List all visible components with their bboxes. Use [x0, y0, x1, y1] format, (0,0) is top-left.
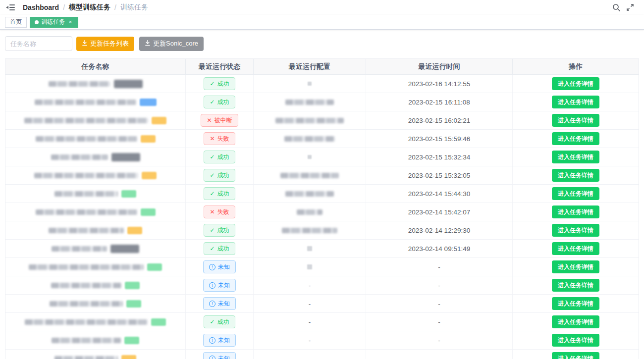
run-time-cell: 2023-02-15 15:32:05 — [366, 166, 513, 184]
task-name-cell — [5, 276, 186, 294]
status-unknown-icon: ! — [209, 282, 215, 289]
task-name-cell — [5, 185, 186, 203]
breadcrumb-item-dashboard[interactable]: Dashboard — [23, 3, 59, 11]
status-success-icon: ✓ — [210, 80, 215, 87]
enter-task-detail-button[interactable]: 进入任务详情 — [552, 279, 599, 292]
redacted-dark-label — [110, 245, 139, 253]
tab-close-icon[interactable]: × — [67, 19, 73, 25]
config-cell: - — [254, 331, 366, 349]
table-row: !未知--进入任务详情 — [5, 295, 639, 313]
run-time: - — [438, 355, 440, 359]
status-label: 成功 — [217, 226, 229, 235]
tab-training-tasks[interactable]: 训练任务 × — [30, 17, 78, 28]
status-label: 成功 — [217, 245, 229, 253]
action-cell: 进入任务详情 — [513, 295, 639, 312]
action-cell: 进入任务详情 — [513, 75, 639, 93]
config-empty: - — [309, 355, 311, 359]
run-time: 2023-02-15 16:02:21 — [408, 117, 470, 124]
status-badge-success: ✓成功 — [204, 187, 235, 200]
enter-task-detail-button[interactable]: 进入任务详情 — [552, 242, 599, 255]
hamburger-icon[interactable] — [5, 2, 16, 12]
enter-task-detail-button[interactable]: 进入任务详情 — [552, 132, 599, 145]
config-empty: - — [309, 282, 311, 289]
status-cell: ✓成功 — [186, 240, 254, 257]
enter-task-detail-button[interactable]: 进入任务详情 — [552, 334, 599, 347]
run-time: 2023-02-14 15:44:30 — [408, 190, 470, 198]
task-tag-yellow — [142, 172, 157, 179]
enter-task-detail-button[interactable]: 进入任务详情 — [552, 151, 599, 163]
update-task-list-button[interactable]: 更新任务列表 — [76, 37, 134, 51]
enter-task-detail-button[interactable]: 进入任务详情 — [552, 315, 599, 328]
action-cell: 进入任务详情 — [513, 203, 639, 221]
enter-task-detail-button[interactable]: 进入任务详情 — [552, 260, 599, 273]
task-name-cell — [5, 240, 186, 257]
table-row: ✓成功2023-02-15 15:32:05进入任务详情 — [5, 166, 639, 185]
config-cell: - — [254, 313, 366, 331]
run-time: - — [438, 318, 440, 326]
run-time: 2023-02-15 15:59:46 — [408, 135, 470, 143]
redacted-task-name — [52, 246, 107, 252]
tab-home[interactable]: 首页 — [5, 17, 27, 28]
task-name-cell — [5, 258, 186, 276]
enter-task-detail-button[interactable]: 进入任务详情 — [552, 352, 599, 359]
redacted-task-name — [34, 173, 138, 178]
redacted-dark-label — [111, 153, 140, 161]
run-time: 2023-02-16 14:12:55 — [408, 80, 470, 88]
status-label: 失败 — [217, 208, 229, 216]
enter-task-detail-button[interactable]: 进入任务详情 — [552, 77, 599, 90]
status-success-icon: ✓ — [210, 154, 215, 160]
table-body: ✓成功2023-02-16 14:12:55进入任务详情✓成功2023-02-1… — [5, 75, 639, 359]
status-label: 成功 — [217, 190, 229, 198]
task-name-cell — [5, 75, 186, 93]
task-name-cell — [5, 111, 186, 129]
config-empty: - — [309, 337, 311, 344]
status-badge-failed: ✕失败 — [204, 132, 235, 145]
enter-task-detail-button[interactable]: 进入任务详情 — [552, 114, 599, 127]
task-tag-green — [121, 190, 136, 198]
redacted-task-name — [25, 319, 148, 325]
breadcrumb-separator: / — [63, 3, 65, 11]
status-badge-failed: ✕失败 — [204, 205, 235, 218]
status-badge-success: ✓成功 — [204, 224, 235, 237]
search-icon[interactable] — [609, 1, 623, 13]
run-time: 2023-02-14 15:42:07 — [408, 208, 470, 216]
status-label: 成功 — [217, 80, 229, 88]
fullscreen-icon[interactable] — [623, 1, 637, 13]
tags-view-bar: 首页 训练任务 × — [0, 15, 644, 30]
enter-task-detail-button[interactable]: 进入任务详情 — [552, 224, 599, 237]
status-badge-unknown: !未知 — [203, 297, 236, 310]
status-success-icon: ✓ — [210, 172, 215, 179]
run-time: - — [438, 263, 440, 271]
status-label: 未知 — [218, 300, 230, 308]
status-unknown-icon: ! — [209, 301, 215, 307]
redacted-config — [284, 136, 335, 142]
run-time-cell: 2023-02-15 16:02:21 — [366, 111, 513, 129]
task-name-cell — [5, 350, 186, 359]
task-tag-blue — [140, 99, 157, 106]
config-cell — [254, 185, 366, 203]
enter-task-detail-button[interactable]: 进入任务详情 — [552, 297, 599, 310]
status-interrupted-icon: ✕ — [207, 117, 212, 124]
table-row: !未知--进入任务详情 — [5, 276, 639, 295]
table-row: ✓成功2023-02-16 14:12:55进入任务详情 — [5, 75, 639, 93]
redacted-config — [282, 228, 337, 233]
status-badge-success: ✓成功 — [204, 96, 235, 108]
table-row: ✓成功2023-02-14 09:51:49进入任务详情 — [5, 240, 639, 258]
enter-task-detail-button[interactable]: 进入任务详情 — [552, 96, 599, 108]
config-cell: - — [254, 295, 366, 312]
enter-task-detail-button[interactable]: 进入任务详情 — [552, 205, 599, 218]
breadcrumb-item-model-training[interactable]: 模型训练任务 — [69, 3, 110, 12]
action-cell: 进入任务详情 — [513, 350, 639, 359]
update-sonic-core-button[interactable]: 更新Sonic_core — [139, 37, 204, 51]
enter-task-detail-button[interactable]: 进入任务详情 — [552, 169, 599, 182]
task-name-cell — [5, 130, 186, 148]
enter-task-detail-button[interactable]: 进入任务详情 — [552, 187, 599, 200]
redacted-task-name — [49, 228, 124, 233]
status-success-icon: ✓ — [210, 227, 215, 234]
task-name-search-input[interactable] — [5, 36, 72, 51]
task-tag-yellow — [127, 227, 142, 234]
task-tag-yellow — [152, 117, 166, 124]
task-tag-green — [147, 263, 162, 271]
action-cell: 进入任务详情 — [513, 240, 639, 257]
run-time-cell: 2023-02-16 14:12:55 — [366, 75, 513, 93]
